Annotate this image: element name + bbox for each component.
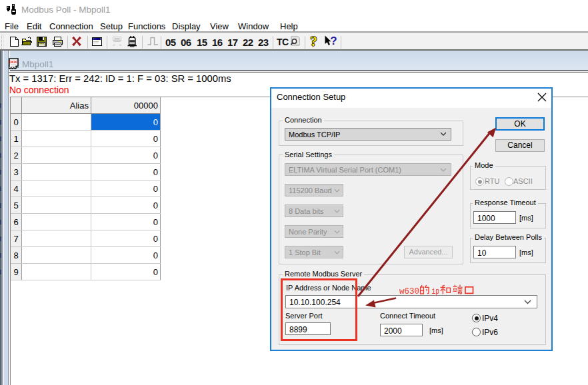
svg-text:?: ? [330,35,337,47]
svg-text:?: ? [310,35,317,48]
svg-text:DOC: DOC [9,59,19,64]
svg-text:w630: w630 [399,286,419,296]
svg-text:ip: ip [432,286,440,296]
